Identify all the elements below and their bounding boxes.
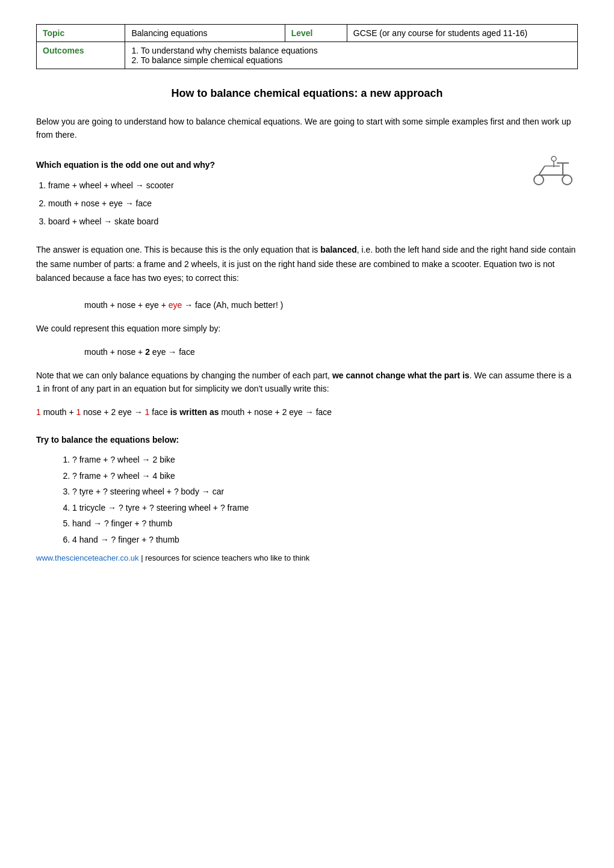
scooter-illustration	[530, 151, 578, 187]
svg-line-6	[539, 166, 545, 175]
topic-label: Topic	[37, 25, 125, 42]
corrected-eq-prefix: mouth + nose + eye +	[84, 300, 169, 310]
answer-text-1: The answer is equation one. This is beca…	[36, 245, 320, 254]
balance-num-1: 1	[36, 407, 41, 417]
odd-one-out-heading: Which equation is the odd one out and wh…	[36, 160, 518, 170]
simpler-equation: mouth + nose + 2 eye → face	[84, 345, 578, 360]
balance-line: 1 mouth + 1 nose + 2 eye → 1 face is wri…	[36, 405, 578, 420]
equation-item-3: board + wheel → skate board	[48, 213, 518, 230]
try-eq-1: ? frame + ? wheel → 2 bike	[72, 455, 175, 464]
try-eq-4: 1 tricycle → ? tyre + ? steering wheel +…	[72, 503, 249, 512]
odd-one-out-content: Which equation is the odd one out and wh…	[36, 154, 518, 231]
try-item-5: hand → ? finger + ? thumb	[72, 516, 578, 532]
balance-text-2: nose + 2 eye →	[81, 407, 144, 417]
note-bold: we cannot change what the part is	[332, 371, 470, 380]
corrected-eq-comment: (Ah, much better! )	[211, 300, 284, 310]
answer-paragraph: The answer is equation one. This is beca…	[36, 243, 578, 286]
answer-bold: balanced	[320, 245, 357, 254]
footer-link[interactable]: www.thescienceteacher.co.uk	[36, 553, 139, 562]
eq3-text: board + wheel → skate board	[48, 217, 158, 226]
try-eq-6: 4 hand → ? finger + ? thumb	[72, 535, 179, 544]
equation-item-2: mouth + nose + eye → face	[48, 195, 518, 212]
odd-one-out-section: Which equation is the odd one out and wh…	[36, 154, 578, 231]
corrected-equation: mouth + nose + eye + eye → face (Ah, muc…	[84, 298, 578, 313]
simpler-eq-prefix: mouth + nose +	[84, 347, 145, 357]
corrected-eq-arrow: → face	[182, 300, 211, 310]
equation-item-1: frame + wheel + wheel → scooter	[48, 177, 518, 194]
balance-text-1: mouth +	[41, 407, 76, 417]
equation-list: frame + wheel + wheel → scooter mouth + …	[36, 177, 518, 230]
scooter-svg	[530, 151, 578, 187]
try-item-6: 4 hand → ? finger + ? thumb	[72, 532, 578, 548]
try-section: Try to balance the equations below: ? fr…	[36, 435, 578, 548]
try-eq-5: hand → ? finger + ? thumb	[72, 519, 172, 528]
outcomes-label: Outcomes	[37, 42, 125, 69]
outcome-2: 2. To balance simple chemical equations	[131, 55, 571, 65]
balance-written-eq: mouth + nose + 2 eye → face	[219, 407, 332, 417]
svg-point-8	[551, 156, 556, 161]
try-item-4: 1 tricycle → ? tyre + ? steering wheel +…	[72, 500, 578, 516]
header-table: Topic Balancing equations Level GCSE (or…	[36, 24, 578, 69]
answer-section: The answer is equation one. This is beca…	[36, 243, 578, 286]
try-item-3: ? tyre + ? steering wheel + ? body → car	[72, 484, 578, 500]
level-label: Level	[285, 25, 347, 42]
simpler-eq-suffix: eye → face	[150, 347, 195, 357]
intro-text: Below you are going to understand how to…	[36, 115, 578, 142]
note-paragraph: Note that we can only balance equations …	[36, 369, 578, 396]
svg-point-0	[534, 175, 544, 185]
simpler-eq-two: 2	[145, 347, 150, 357]
try-eq-2: ? frame + ? wheel → 4 bike	[72, 471, 175, 481]
corrected-eq-red: eye	[169, 300, 182, 310]
eq2-text: mouth + nose + eye → face	[48, 199, 152, 208]
try-item-1: ? frame + ? wheel → 2 bike	[72, 452, 578, 468]
footer: www.thescienceteacher.co.uk | resources …	[36, 553, 578, 562]
topic-value: Balancing equations	[125, 25, 285, 42]
level-value: GCSE (or any course for students aged 11…	[347, 25, 577, 42]
balance-text-3: face	[149, 407, 170, 417]
svg-point-1	[562, 175, 572, 185]
balance-written-as: is written as	[170, 407, 219, 417]
main-title: How to balance chemical equations: a new…	[36, 87, 578, 100]
footer-text: | resources for science teachers who lik…	[139, 553, 310, 562]
try-list: ? frame + ? wheel → 2 bike ? frame + ? w…	[36, 452, 578, 548]
outcomes-content: 1. To understand why chemists balance eq…	[125, 42, 578, 69]
simpler-intro: We could represent this equation more si…	[36, 322, 578, 335]
try-item-2: ? frame + ? wheel → 4 bike	[72, 468, 578, 484]
try-heading: Try to balance the equations below:	[36, 435, 578, 445]
outcome-1: 1. To understand why chemists balance eq…	[131, 46, 571, 55]
try-eq-3: ? tyre + ? steering wheel + ? body → car	[72, 487, 224, 496]
note-text-1: Note that we can only balance equations …	[36, 371, 332, 380]
eq1-text: frame + wheel + wheel → scooter	[48, 180, 174, 190]
